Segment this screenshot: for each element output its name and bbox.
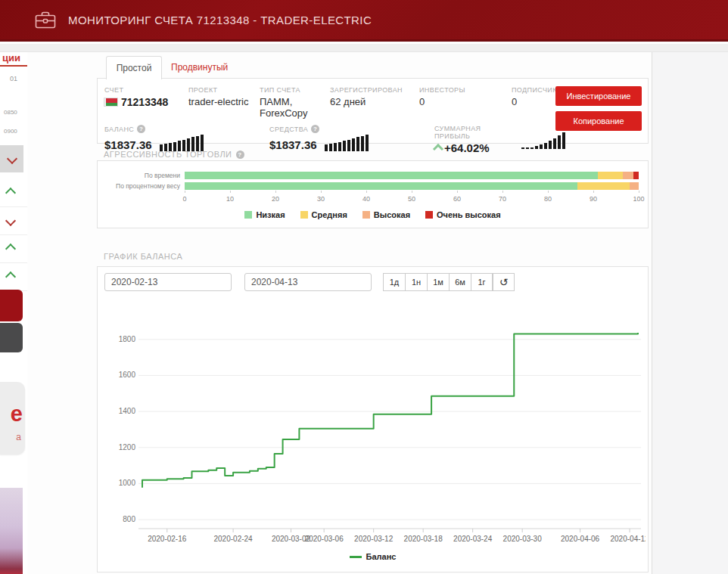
aggressiveness-bar[interactable] bbox=[185, 182, 639, 190]
axis-tick-label: 50 bbox=[408, 195, 415, 203]
spark-bar bbox=[526, 147, 529, 149]
axis-tick-mark bbox=[502, 191, 503, 193]
spark-bar bbox=[178, 141, 181, 151]
axis-tick-label: 10 bbox=[226, 195, 234, 203]
aggressiveness-bars[interactable]: По времениПо процентному весу bbox=[98, 161, 648, 190]
sidebar-partial-value: 01 bbox=[10, 75, 17, 82]
axis-tick-label: 70 bbox=[499, 195, 506, 203]
range-button-1н[interactable]: 1н bbox=[405, 273, 427, 291]
quote-row[interactable] bbox=[0, 179, 27, 207]
sidebar-red-button[interactable] bbox=[0, 290, 23, 321]
x-axis-label: 2020-03-12 bbox=[354, 535, 394, 543]
legend-swatch bbox=[425, 211, 433, 219]
spark-bar bbox=[535, 146, 538, 149]
axis-tick-mark bbox=[230, 191, 231, 193]
app-header: МОНИТОРИНГ СЧЕТА 71213348 - TRADER-ELECT… bbox=[0, 0, 728, 42]
left-sidebar-strip: ции 01 0850 0900 е а bbox=[0, 52, 27, 574]
quote-row[interactable] bbox=[0, 207, 27, 235]
spark-bar bbox=[361, 136, 364, 151]
spark-bar bbox=[530, 147, 534, 149]
metric-label: СРЕДСТВА? bbox=[269, 125, 434, 133]
range-button-1г[interactable]: 1г bbox=[471, 273, 493, 291]
briefcase-icon bbox=[35, 11, 56, 29]
field-value: 62 дней bbox=[330, 96, 419, 107]
bar-segment-Низкая bbox=[185, 182, 577, 190]
copy-button[interactable]: Копирование bbox=[555, 111, 642, 131]
axis-tick-mark bbox=[639, 191, 639, 193]
sidebar-quote-selected[interactable] bbox=[0, 145, 23, 172]
chevron-down-icon bbox=[6, 154, 17, 164]
metric-sparkline bbox=[325, 135, 369, 151]
sidebar-partial-tab[interactable]: ции bbox=[2, 52, 20, 64]
balance-chart-panel: 1д1н1м6м1г ↺ 800100012001400160018002020… bbox=[97, 266, 649, 572]
spark-bar bbox=[352, 138, 355, 151]
range-buttons: 1д1н1м6м1г ↺ bbox=[383, 273, 515, 291]
legend-label: Средняя bbox=[312, 210, 347, 219]
help-icon[interactable]: ? bbox=[311, 125, 319, 133]
field-label: ТИП СЧЕТА bbox=[260, 86, 330, 94]
spark-bar bbox=[540, 144, 543, 149]
help-icon[interactable]: ? bbox=[137, 125, 145, 133]
spark-bar bbox=[366, 135, 369, 151]
x-axis-label: 2020-04-12 bbox=[611, 535, 646, 543]
account-metric: БАЛАНС?$1837.36 bbox=[104, 125, 269, 151]
quote-row[interactable] bbox=[0, 263, 27, 291]
field-value: ПАММ, ForexCopy bbox=[260, 96, 330, 119]
balance-title-row: ГРАФИК БАЛАНСА bbox=[104, 252, 182, 261]
tab-advanced[interactable]: Продвинутый bbox=[171, 56, 228, 79]
invest-button[interactable]: Инвестирование bbox=[555, 86, 642, 106]
aggressiveness-bar[interactable] bbox=[185, 172, 639, 179]
field-value: 71213348 bbox=[104, 96, 188, 108]
bar-segment-Очень высокая bbox=[633, 172, 639, 179]
account-field: ТИП СЧЕТАПАММ, ForexCopy bbox=[260, 86, 330, 119]
spark-bar bbox=[562, 132, 565, 149]
axis-tick-mark bbox=[366, 191, 367, 193]
tab-simple[interactable]: Простой bbox=[106, 56, 162, 79]
legend-item: Высокая bbox=[362, 210, 410, 219]
x-axis-label: 2020-03-30 bbox=[503, 535, 543, 543]
chart-controls: 1д1н1м6м1г ↺ bbox=[98, 267, 648, 299]
aggressiveness-row-label: По процентному весу bbox=[98, 182, 185, 190]
legend-swatch bbox=[362, 211, 370, 219]
action-buttons: Инвестирование Копирование bbox=[555, 86, 642, 131]
promo-letter-small: а bbox=[16, 432, 21, 442]
sidebar-partial-value: 0900 bbox=[4, 128, 17, 135]
quote-row[interactable] bbox=[0, 235, 27, 263]
account-field: ПРОЕКТtrader-electric bbox=[188, 86, 260, 119]
date-to-input[interactable] bbox=[244, 273, 372, 291]
range-button-6м[interactable]: 6м bbox=[449, 273, 471, 291]
metric-label: БАЛАНС? bbox=[104, 125, 269, 133]
date-from-input[interactable] bbox=[104, 273, 232, 291]
bar-segment-Высокая bbox=[623, 172, 633, 179]
spark-bar bbox=[329, 144, 332, 151]
account-metric: СРЕДСТВА?$1837.36 bbox=[269, 125, 434, 151]
account-field: ИНВЕСТОРЫ0 bbox=[419, 86, 512, 119]
chevron-up-icon bbox=[5, 244, 16, 254]
y-axis-label: 1000 bbox=[119, 479, 136, 487]
spark-bar bbox=[169, 143, 172, 151]
field-label: ПРОЕКТ bbox=[188, 86, 260, 94]
axis-tick-mark bbox=[412, 191, 412, 193]
profit-sparkline bbox=[521, 132, 565, 149]
legend-swatch bbox=[300, 211, 308, 219]
spark-bar bbox=[164, 144, 167, 151]
sidebar-promo-card[interactable]: е а bbox=[0, 382, 25, 455]
field-value: 0 bbox=[419, 96, 512, 107]
metric-value: $1837.36 bbox=[104, 138, 152, 151]
spark-bar bbox=[347, 140, 350, 151]
sidebar-quote-list bbox=[0, 179, 27, 291]
chevron-down-icon bbox=[5, 216, 16, 226]
profit-value-row: +64.02% bbox=[434, 141, 508, 154]
spark-bar bbox=[187, 138, 190, 151]
sidebar-ad-image[interactable] bbox=[0, 488, 23, 574]
range-button-1м[interactable]: 1м bbox=[427, 273, 449, 291]
balance-chart-svg[interactable]: 800100012001400160018002020-02-162020-02… bbox=[101, 302, 646, 548]
sidebar-dark-button[interactable] bbox=[0, 323, 23, 352]
range-button-1д[interactable]: 1д bbox=[383, 273, 405, 291]
aggressiveness-axis: 0102030405060708090100 bbox=[185, 193, 648, 203]
reset-range-button[interactable]: ↺ bbox=[493, 273, 515, 291]
balance-chart[interactable]: 800100012001400160018002020-02-162020-02… bbox=[101, 302, 648, 551]
y-axis-label: 1400 bbox=[119, 407, 136, 415]
axis-tick-mark bbox=[275, 191, 276, 193]
profit-block: СУММАРНАЯ ПРИБЫЛЬ +64.02% bbox=[434, 125, 508, 154]
